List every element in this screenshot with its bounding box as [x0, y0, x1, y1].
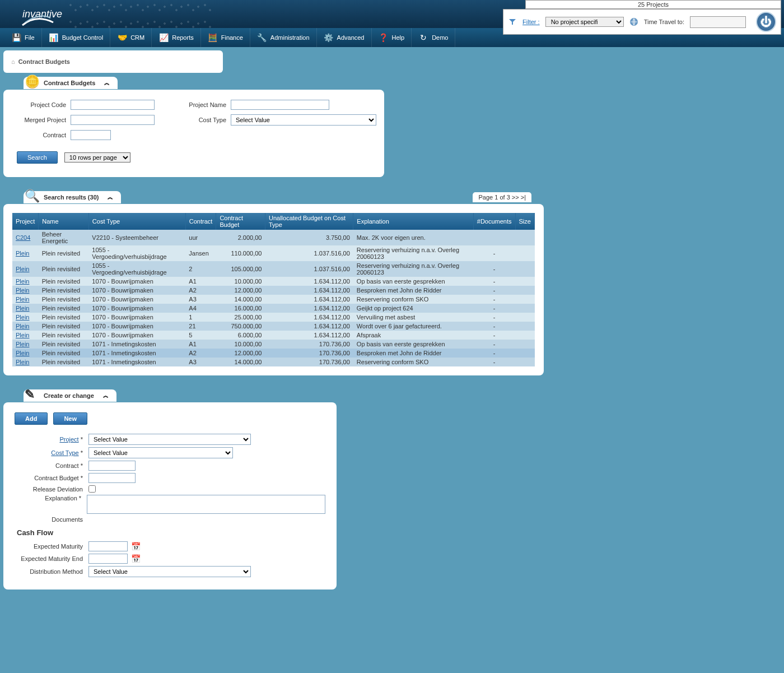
time-travel-input[interactable] — [690, 16, 746, 28]
project-link[interactable]: Plein — [16, 332, 29, 338]
calendar-icon[interactable]: 📅 — [131, 542, 140, 551]
table-cell — [515, 286, 534, 295]
table-row[interactable]: PleinPlein revisited1071 - Inmetingskost… — [12, 358, 535, 366]
table-header[interactable]: #Documents — [473, 213, 515, 230]
table-row[interactable]: PleinPlein revisited1070 - Bouwrijpmaken… — [12, 295, 535, 304]
add-button[interactable]: Add — [15, 412, 48, 425]
project-link[interactable]: Plein — [16, 278, 29, 285]
table-cell: 1070 - Bouwrijpmaken — [88, 304, 185, 313]
table-cell — [515, 331, 534, 340]
menu-administration[interactable]: 🔧Administration — [250, 28, 317, 47]
form-distribution-method-select[interactable]: Select Value — [88, 566, 251, 577]
table-header[interactable]: Name — [39, 213, 89, 230]
table-cell — [515, 349, 534, 358]
search-button[interactable]: Search — [17, 151, 58, 164]
contract-input[interactable] — [71, 130, 111, 140]
table-cell: Jansen — [185, 245, 216, 261]
form-contract-input[interactable] — [88, 461, 136, 471]
table-cell: 1070 - Bouwrijpmaken — [88, 322, 185, 331]
menu-advanced[interactable]: ⚙️Advanced — [317, 28, 372, 47]
form-expected-maturity-input[interactable] — [88, 541, 128, 551]
filter-bar: Filter : No project specific filter Time… — [503, 9, 781, 35]
project-link[interactable]: Plein — [16, 266, 29, 272]
table-row[interactable]: PleinPlein revisited1070 - Bouwrijpmaken… — [12, 277, 535, 286]
table-cell: 1.634.112,00 — [265, 322, 353, 331]
project-code-input[interactable] — [71, 100, 155, 110]
table-row[interactable]: PleinPlein revisited1055 - Vergoeding/ve… — [12, 261, 535, 277]
cost-type-select[interactable]: Select Value — [231, 114, 376, 126]
table-cell: 750.000,00 — [216, 322, 265, 331]
table-cell: V2210 - Systeembeheer — [88, 230, 185, 245]
project-link[interactable]: Plein — [16, 341, 29, 347]
collapse-icon[interactable]: ︽ — [103, 392, 109, 400]
table-row[interactable]: PleinPlein revisited1070 - Bouwrijpmaken… — [12, 286, 535, 295]
project-link[interactable]: C204 — [16, 234, 30, 241]
table-cell — [515, 322, 534, 331]
form-expected-maturity-end-input[interactable] — [88, 554, 128, 564]
table-header[interactable]: Explanation — [353, 213, 473, 230]
merged-project-input[interactable] — [71, 115, 155, 125]
collapse-icon[interactable]: ︽ — [108, 193, 113, 201]
table-cell: 1055 - Vergoeding/verhuisbijdrage — [88, 261, 185, 277]
table-header[interactable]: Contract Budget — [216, 213, 265, 230]
project-link[interactable]: Plein — [16, 314, 29, 321]
project-link[interactable]: Plein — [16, 250, 29, 257]
collapse-icon[interactable]: ︽ — [104, 79, 110, 87]
table-cell: Plein — [12, 322, 39, 331]
menu-help[interactable]: ❓Help — [372, 28, 412, 47]
table-cell: 1.634.112,00 — [265, 286, 353, 295]
time-travel-label: Time Travel to: — [644, 18, 684, 25]
project-link[interactable]: Plein — [16, 350, 29, 356]
table-header[interactable]: Unallocated Budget on Cost Type — [265, 213, 353, 230]
table-row[interactable]: PleinPlein revisited1070 - Bouwrijpmaken… — [12, 313, 535, 322]
table-header[interactable]: Project — [12, 213, 39, 230]
rows-per-page-select[interactable]: 10 rows per page — [64, 152, 130, 163]
table-row[interactable]: PleinPlein revisited1071 - Inmetingskost… — [12, 340, 535, 349]
form-expected-maturity-end-label: Expected Maturity End — [15, 555, 83, 562]
cost-type-link[interactable]: Cost Type — [51, 449, 78, 456]
table-cell: Plein revisited — [39, 277, 89, 286]
pagination[interactable]: Page 1 of 3 >> >| — [473, 192, 531, 202]
menu-reports[interactable]: 📈Reports — [152, 28, 201, 47]
form-contract-budget-input[interactable] — [88, 473, 136, 483]
project-link[interactable]: Project — [59, 436, 78, 443]
table-row[interactable]: C204Beheer EnergeticV2210 - Systeembehee… — [12, 230, 535, 245]
table-row[interactable]: PleinPlein revisited1070 - Bouwrijpmaken… — [12, 331, 535, 340]
table-row[interactable]: PleinPlein revisited1055 - Vergoeding/ve… — [12, 245, 535, 261]
table-row[interactable]: PleinPlein revisited1070 - Bouwrijpmaken… — [12, 304, 535, 313]
project-link[interactable]: Plein — [16, 287, 29, 294]
project-link[interactable]: Plein — [16, 323, 29, 329]
calendar-icon[interactable]: 📅 — [131, 554, 140, 563]
form-expected-maturity-label: Expected Maturity — [15, 543, 83, 550]
project-link[interactable]: Plein — [16, 305, 29, 312]
form-cost-type-select[interactable]: Select Value — [88, 447, 233, 458]
table-header[interactable]: Size — [515, 213, 534, 230]
table-cell: 2.000,00 — [216, 230, 265, 245]
project-link[interactable]: Plein — [16, 359, 29, 365]
menu-finance[interactable]: 🧮Finance — [201, 28, 250, 47]
project-name-input[interactable] — [231, 100, 329, 110]
filter-link[interactable]: Filter : — [522, 18, 540, 25]
form-release-deviation-checkbox[interactable] — [88, 485, 96, 493]
table-cell: - — [473, 313, 515, 322]
table-cell: Plein — [12, 277, 39, 286]
table-cell — [473, 230, 515, 245]
home-icon[interactable]: ⌂ — [11, 58, 15, 65]
table-cell: 12.000,00 — [216, 349, 265, 358]
project-link[interactable]: Plein — [16, 296, 29, 303]
admin-icon: 🔧 — [257, 33, 267, 43]
table-row[interactable]: PleinPlein revisited1070 - Bouwrijpmaken… — [12, 322, 535, 331]
logout-button[interactable]: ⏻ — [756, 12, 776, 32]
form-project-select[interactable]: Select Value — [88, 434, 251, 445]
menu-crm[interactable]: 🤝CRM — [110, 28, 152, 47]
new-button[interactable]: New — [53, 412, 87, 425]
table-row[interactable]: PleinPlein revisited1071 - Inmetingskost… — [12, 349, 535, 358]
table-cell: - — [473, 304, 515, 313]
filter-select[interactable]: No project specific filter — [545, 17, 624, 27]
edit-icon: ✎ — [25, 387, 35, 402]
form-explanation-textarea[interactable] — [87, 495, 325, 514]
menu-demo[interactable]: ↻Demo — [412, 28, 455, 47]
table-header[interactable]: Cost Type — [88, 213, 185, 230]
table-cell: 1055 - Vergoeding/verhuisbijdrage — [88, 245, 185, 261]
table-header[interactable]: Contract — [185, 213, 216, 230]
